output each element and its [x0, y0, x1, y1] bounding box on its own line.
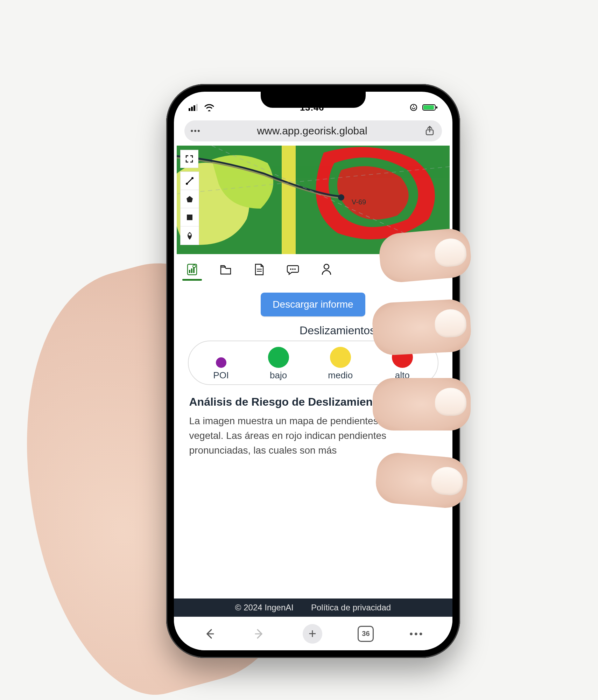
browser-new-tab-button[interactable]: +	[303, 624, 322, 644]
svg-rect-15	[187, 215, 192, 220]
app-footer: © 2024 IngenAI Política de privacidad	[174, 598, 452, 617]
phone-notch	[261, 92, 366, 108]
svg-line-13	[188, 179, 192, 183]
legend-label: medio	[328, 370, 353, 381]
legend-item-medio: medio	[328, 347, 353, 381]
tab-chat[interactable]	[285, 262, 301, 277]
browser-forward-button[interactable]	[252, 626, 267, 641]
finger	[371, 299, 472, 356]
site-menu-icon[interactable]: •••	[191, 126, 201, 135]
wifi-icon	[204, 104, 214, 111]
draw-line-button[interactable]	[181, 172, 199, 190]
draw-marker-button[interactable]	[181, 226, 199, 245]
browser-bottom-bar: + 36 •••	[174, 617, 452, 650]
url-text: www.app.georisk.global	[207, 125, 417, 137]
svg-point-26	[294, 268, 296, 270]
svg-point-24	[290, 268, 291, 270]
tab-report[interactable]	[184, 262, 200, 277]
svg-rect-19	[191, 268, 192, 273]
svg-rect-7	[436, 106, 437, 108]
signal-icon	[189, 104, 199, 111]
svg-point-27	[324, 264, 329, 269]
map-poi-label: V-69	[352, 198, 366, 206]
swatch-medio	[330, 347, 351, 368]
download-report-button[interactable]: Descargar informe	[261, 293, 365, 316]
fullscreen-button[interactable]	[180, 150, 198, 168]
orientation-lock-icon	[410, 104, 417, 111]
tab-files[interactable]	[218, 262, 233, 277]
map-toolbar	[180, 150, 199, 245]
svg-rect-1	[191, 107, 193, 111]
finger	[374, 451, 469, 510]
legend-item-poi: POI	[213, 357, 229, 381]
legend-label: POI	[213, 370, 229, 381]
tab-profile[interactable]	[319, 262, 334, 277]
svg-rect-6	[423, 105, 434, 110]
draw-rectangle-button[interactable]	[181, 208, 199, 226]
finger	[378, 227, 472, 284]
svg-rect-3	[196, 104, 198, 111]
svg-point-4	[410, 104, 417, 111]
svg-rect-18	[189, 270, 190, 273]
swatch-bajo	[268, 347, 289, 368]
legend-label: bajo	[270, 370, 287, 381]
svg-rect-0	[189, 108, 190, 111]
browser-more-button[interactable]: •••	[409, 628, 424, 639]
share-icon[interactable]	[424, 125, 436, 137]
svg-rect-2	[194, 105, 195, 111]
svg-point-16	[188, 233, 191, 236]
swatch-poi	[216, 357, 226, 368]
phone-frame: 13:46 ••• www.app.georisk.global	[166, 84, 460, 658]
legend-item-bajo: bajo	[268, 347, 289, 381]
svg-marker-14	[187, 196, 193, 202]
svg-point-10	[338, 194, 344, 201]
footer-copyright: © 2024 IngenAI	[235, 603, 294, 612]
footer-privacy-link[interactable]: Política de privacidad	[311, 603, 391, 612]
browser-tab-count[interactable]: 36	[358, 626, 374, 642]
battery-icon	[422, 104, 438, 111]
tab-document[interactable]	[252, 262, 267, 277]
finger	[373, 378, 471, 430]
browser-address-bar[interactable]: ••• www.app.georisk.global	[184, 120, 442, 141]
browser-back-button[interactable]	[202, 626, 217, 641]
draw-polygon-button[interactable]	[181, 190, 199, 208]
svg-point-25	[292, 268, 294, 270]
